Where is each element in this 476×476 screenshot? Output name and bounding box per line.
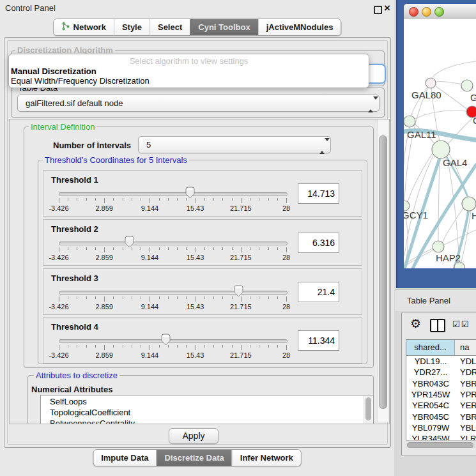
slider-tick [159,296,160,299]
slider-tick [77,296,77,299]
combo-spinner-icon [368,100,373,107]
tab-select[interactable]: Select [150,19,190,35]
table-row[interactable]: YBL079WYBL0 [406,423,476,434]
table-row[interactable]: YER054CYER0 [406,401,476,411]
network-node-gal80[interactable] [426,78,436,88]
slider-track[interactable] [59,291,288,295]
slider-thumb[interactable] [161,334,171,346]
attribute-item-topologicalcoefficient[interactable]: TopologicalCoefficient [50,408,130,418]
table-panel-window: ⚙ ☑☑ shared... na YDL19...YDL1YDR27...YD… [401,312,476,456]
network-window-titlebar[interactable] [404,4,476,20]
table-horizontal-scrollbar[interactable] [406,440,476,448]
table-data-combobox[interactable]: galFiltered.sif default node [17,95,380,112]
tab-network[interactable]: Network [54,19,114,35]
table-scrollbar-thumb[interactable] [407,442,473,448]
threshold-value-input[interactable]: 14.713 [298,183,339,204]
slider-tick [95,247,96,250]
threshold-panel-2: Threshold 2-3.4262.8599.14415.4321.71528… [43,219,362,266]
table-row[interactable]: YBR043CYBR0 [406,379,476,390]
cell-name: YBR0 [460,412,476,422]
slider-tick-label: 21.715 [222,303,260,311]
slider-tick [159,345,160,348]
list-scrollbar[interactable] [364,396,372,424]
table-row[interactable]: YPR145WYPR1 [406,390,476,401]
apply-button[interactable]: Apply [169,428,219,444]
slider-thumb[interactable] [234,285,243,297]
table-row[interactable]: YDR27...YDR2 [406,367,476,378]
network-node-hap2[interactable] [433,241,444,252]
slider-thumb[interactable] [185,187,195,199]
tab-label: Infer Network [240,453,293,463]
slider-tick [59,345,59,350]
node-label: G [470,92,476,103]
slider-tick [186,345,187,348]
slider-tick [277,345,278,348]
number-of-intervals-combobox[interactable]: 5 [138,136,331,153]
slider-tick-label: 15.43 [176,254,215,261]
slider-track[interactable] [59,242,288,245]
table-row[interactable]: YDL19...YDL1 [406,357,476,367]
popup-option-equal-width-frequency[interactable]: Equal Width/Frequency Discretization [11,76,150,86]
tab-infer-network[interactable]: Infer Network [232,450,301,466]
slider-tick [213,296,214,299]
threshold-value-input[interactable]: 21.4 [298,282,339,302]
slider-tick [59,296,59,302]
column-split-icon[interactable] [430,319,445,332]
threshold-value-input[interactable]: 6.316 [298,233,339,253]
slider-tick [268,198,269,201]
attribute-item-betweennesscentrality[interactable]: BetweennessCentrality [50,418,135,424]
checkbox-icons[interactable]: ☑☑ [452,319,470,329]
network-node-gal4[interactable] [432,141,450,158]
column-header-shared-name[interactable]: shared... [406,340,455,356]
float-window-icon[interactable] [374,6,382,14]
slider-tick [77,198,77,201]
cell-shared-name: YDR27... [406,367,455,377]
main-scrollbar[interactable] [377,119,388,422]
slider-tick [95,345,96,348]
slider-tick [232,296,233,299]
number-of-intervals-value: 5 [139,140,151,150]
numerical-attributes-label: Numerical Attributes [31,385,112,394]
algorithm-dropdown-popup: Select algorithm to view settings Manual… [8,54,369,88]
slider-track[interactable] [59,339,288,343]
slider-tick [241,247,242,252]
tab-impute-data[interactable]: Impute Data [93,450,156,466]
close-traffic-light[interactable] [409,7,418,17]
minimize-traffic-light[interactable] [422,7,431,17]
network-node-h[interactable] [462,197,476,211]
column-header-name[interactable]: na [455,340,476,356]
tab-label: Network [73,22,106,32]
close-icon[interactable]: × [384,2,390,15]
slider-tick [132,345,132,348]
popup-option-manual-discretization[interactable]: Manual Discretization [11,66,96,76]
threshold-value-input[interactable]: 11.344 [298,330,339,351]
slider-tick [204,345,205,348]
main-scrollbar-thumb[interactable] [379,135,387,409]
slider-thumb[interactable] [125,236,134,248]
list-scrollbar-thumb[interactable] [365,397,371,420]
tab-jactivemnodules[interactable]: jActiveMNodules [258,19,341,35]
tab-label: Style [122,22,142,32]
network-node[interactable] [454,262,464,268]
slider-tick [268,345,269,348]
network-node-gal11[interactable] [404,116,415,127]
slider-tick [168,247,169,250]
node-label: GAL4 [443,157,467,168]
network-canvas[interactable]: GAL80GCGAL11GAL4GCY1HHAP2 [404,19,476,268]
tab-discretize-data[interactable]: Discretize Data [157,450,232,466]
numerical-attributes-list[interactable]: SelfLoopsTopologicalCoefficientBetweenne… [40,395,374,424]
slider-tick-label: 9.144 [130,254,169,261]
table-row[interactable]: YBR045CYBR0 [406,412,476,423]
settings-gear-icon[interactable]: ⚙ [410,316,421,330]
tab-cyni-toolbox[interactable]: Cyni Toolbox [190,19,257,35]
network-node-g[interactable] [461,80,473,91]
zoom-traffic-light[interactable] [434,7,444,17]
attributes-group-label: Attributes to discretize [34,371,119,380]
threshold-panel-4: Threshold 4-3.4262.8599.14415.4321.71528… [43,317,362,364]
slider-tick-label: 15.43 [176,303,215,311]
slider-track[interactable] [59,192,288,196]
attribute-item-selfloops[interactable]: SelfLoops [50,397,87,408]
slider-tick-label: 15.43 [176,204,215,212]
tab-style[interactable]: Style [114,19,150,35]
slider-tick [141,345,141,348]
